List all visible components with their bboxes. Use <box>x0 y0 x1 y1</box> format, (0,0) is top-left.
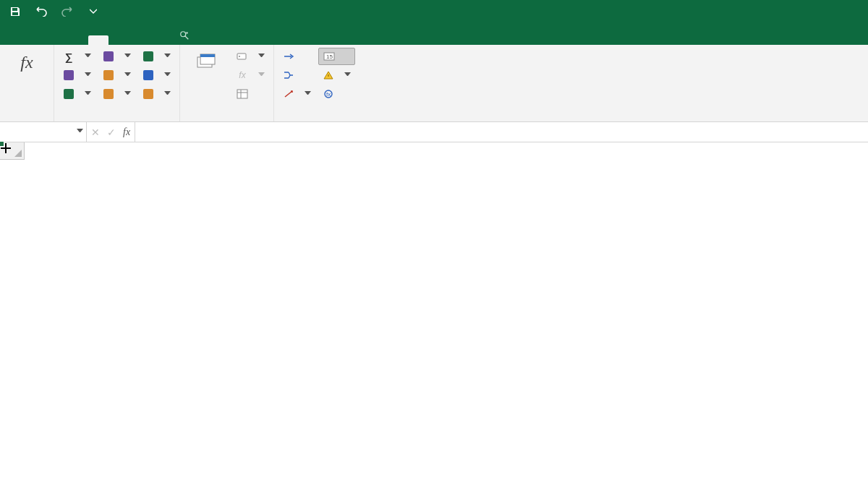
tab-data[interactable] <box>109 35 129 45</box>
more-functions-button[interactable] <box>138 85 175 103</box>
star-icon <box>63 69 75 81</box>
chevron-down-icon <box>164 91 171 98</box>
lookup-icon <box>142 51 154 62</box>
tab-insert[interactable] <box>48 35 68 45</box>
chevron-down-icon <box>164 53 171 60</box>
save-icon[interactable] <box>7 4 23 20</box>
chevron-down-icon <box>85 91 91 98</box>
qat-customize-icon[interactable] <box>85 4 101 20</box>
svg-point-4 <box>186 32 187 33</box>
grid-icon <box>237 88 248 100</box>
group-formula-auditing: 15 fx <box>274 45 359 121</box>
trace-dependents-button[interactable] <box>278 67 315 84</box>
show-formulas-button[interactable]: 15 <box>318 48 355 65</box>
tab-page-layout[interactable] <box>68 35 88 45</box>
formula-bar-buttons: ✕ ✓ fx <box>87 122 135 142</box>
svg-text:fx: fx <box>326 91 331 98</box>
recent-button[interactable] <box>59 67 95 84</box>
svg-rect-10 <box>237 90 247 98</box>
tab-view[interactable] <box>149 35 169 45</box>
tell-me-search[interactable] <box>169 30 204 45</box>
tab-file[interactable] <box>7 35 27 45</box>
group-insert-function: fx . <box>0 45 54 121</box>
use-in-formula-button: fx <box>232 67 269 84</box>
tag-icon <box>237 51 248 62</box>
more-icon <box>142 88 154 100</box>
theta-icon <box>142 69 154 81</box>
cancel-icon[interactable]: ✕ <box>91 127 100 138</box>
insert-function-button[interactable]: fx <box>4 48 49 107</box>
svg-line-3 <box>185 36 188 39</box>
text-icon <box>103 69 114 81</box>
chevron-down-icon[interactable] <box>77 129 83 135</box>
select-all-corner[interactable] <box>0 142 25 160</box>
tab-formulas[interactable] <box>88 35 109 45</box>
group-label-names <box>180 119 273 121</box>
lookup-button[interactable] <box>138 48 175 65</box>
tab-home[interactable] <box>27 35 48 45</box>
svg-rect-8 <box>237 53 246 59</box>
define-name-button[interactable] <box>232 48 269 65</box>
quick-access-toolbar <box>0 4 101 20</box>
chevron-down-icon <box>124 53 131 60</box>
chevron-down-icon <box>124 91 131 98</box>
redo-icon[interactable] <box>59 4 75 20</box>
group-label-auditing <box>274 119 359 121</box>
chevron-down-icon <box>124 72 131 79</box>
remove-arrows-button[interactable] <box>278 85 315 103</box>
chevron-down-icon <box>258 53 265 60</box>
warning-icon <box>323 69 334 81</box>
formula-input[interactable] <box>135 122 868 142</box>
money-icon <box>63 88 75 100</box>
show-formulas-icon: 15 <box>323 51 335 62</box>
chevron-down-icon <box>305 91 311 98</box>
fx-icon[interactable]: fx <box>123 127 130 138</box>
trace-dependents-icon <box>283 69 294 81</box>
chevron-down-icon <box>85 72 91 79</box>
evaluate-icon: fx <box>323 88 334 100</box>
chevron-down-icon <box>164 72 171 79</box>
enter-icon[interactable]: ✓ <box>107 127 116 138</box>
fx-small-icon: fx <box>237 69 248 81</box>
error-checking-button[interactable] <box>318 67 355 84</box>
text-button[interactable] <box>98 67 135 84</box>
svg-rect-1 <box>12 12 18 15</box>
logical-button[interactable] <box>98 48 135 65</box>
svg-text:15: 15 <box>326 53 333 60</box>
tab-review[interactable] <box>129 35 149 45</box>
chevron-down-icon <box>85 53 91 60</box>
sigma-icon: ∑ <box>63 51 75 62</box>
svg-point-9 <box>239 56 240 57</box>
group-label-library <box>54 119 179 121</box>
name-box[interactable] <box>0 122 87 142</box>
trace-precedents-icon <box>283 51 294 62</box>
autosum-button[interactable]: ∑ <box>59 48 95 65</box>
trace-precedents-button[interactable] <box>278 48 315 65</box>
chevron-down-icon <box>344 72 351 79</box>
math-button[interactable] <box>138 67 175 84</box>
undo-icon[interactable] <box>33 4 49 20</box>
remove-arrows-icon <box>283 88 294 100</box>
group-defined-names: fx <box>180 45 274 121</box>
group-function-library: ∑ <box>54 45 180 121</box>
svg-point-2 <box>181 32 186 37</box>
formula-bar: ✕ ✓ fx <box>0 122 868 142</box>
datetime-button[interactable] <box>98 85 135 103</box>
evaluate-formula-button[interactable]: fx <box>318 85 355 103</box>
name-manager-icon <box>195 51 218 74</box>
title-bar <box>0 0 868 23</box>
question-icon <box>103 51 114 62</box>
chevron-down-icon <box>258 72 265 79</box>
create-from-selection-button[interactable] <box>232 85 269 103</box>
ribbon: fx . ∑ <box>0 45 868 122</box>
name-manager-button[interactable] <box>184 48 229 107</box>
svg-rect-7 <box>200 54 215 57</box>
fx-icon: fx <box>15 51 38 74</box>
clock-icon <box>103 88 114 100</box>
financial-button[interactable] <box>59 85 95 103</box>
svg-rect-0 <box>12 8 17 11</box>
ribbon-tabs <box>0 23 868 45</box>
